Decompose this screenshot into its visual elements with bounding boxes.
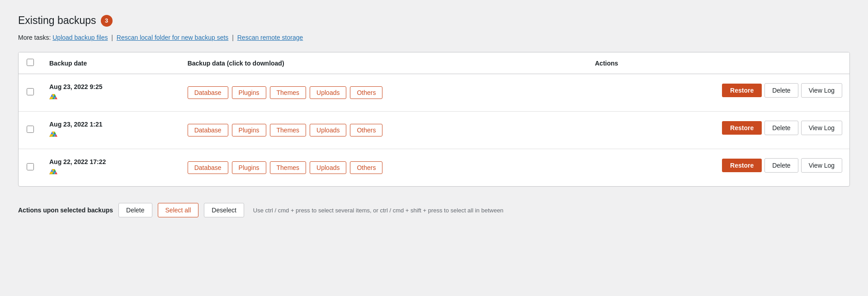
row-checkbox-cell-0 <box>19 74 42 112</box>
tag-btn-uploads-1[interactable]: Uploads <box>310 124 346 136</box>
tag-btn-themes-2[interactable]: Themes <box>270 161 307 174</box>
restore-button-2[interactable]: Restore <box>722 159 762 172</box>
viewlog-button-2[interactable]: View Log <box>801 158 842 173</box>
table-header-row: Backup date Backup data (click to downlo… <box>19 52 849 74</box>
actions-header: Actions <box>588 52 849 74</box>
tag-btn-themes-0[interactable]: Themes <box>270 86 307 99</box>
tag-btn-database-0[interactable]: Database <box>188 86 228 99</box>
viewlog-button-1[interactable]: View Log <box>801 121 842 135</box>
row-checkbox-cell-1 <box>19 112 42 149</box>
backup-date-2: Aug 22, 2022 17:22 <box>49 158 173 165</box>
table-row: Aug 23, 2022 9:25 DatabasePluginsThemesU… <box>19 74 849 112</box>
row-checkbox-2[interactable] <box>27 163 34 170</box>
actions-cell-2: RestoreDeleteView Log <box>588 149 849 182</box>
tag-btn-plugins-0[interactable]: Plugins <box>232 86 266 99</box>
cloud-storage-icon-0 <box>49 94 57 102</box>
backups-table-container: Backup date Backup data (click to downlo… <box>18 52 850 187</box>
backup-date-header: Backup date <box>42 52 180 74</box>
backup-date-cell-1: Aug 23, 2022 1:21 <box>42 112 180 149</box>
footer-delete-button[interactable]: Delete <box>118 203 152 217</box>
cloud-storage-icon-1 <box>49 132 57 139</box>
tag-btn-others-1[interactable]: Others <box>350 124 382 136</box>
separator-2: | <box>232 34 234 41</box>
table-row: Aug 22, 2022 17:22 DatabasePluginsThemes… <box>19 149 849 187</box>
delete-button-1[interactable]: Delete <box>764 121 798 135</box>
tag-btn-plugins-1[interactable]: Plugins <box>232 124 266 136</box>
backup-date-cell-0: Aug 23, 2022 9:25 <box>42 74 180 112</box>
backup-tags-cell-1: DatabasePluginsThemesUploadsOthers <box>180 112 588 149</box>
cloud-storage-icon-2 <box>49 169 57 177</box>
page-title: Existing backups <box>18 14 96 27</box>
row-checkbox-0[interactable] <box>27 88 34 95</box>
restore-button-1[interactable]: Restore <box>722 121 762 135</box>
backup-tags-cell-0: DatabasePluginsThemesUploadsOthers <box>180 74 588 112</box>
backups-table: Backup date Backup data (click to downlo… <box>19 52 849 186</box>
tag-btn-uploads-2[interactable]: Uploads <box>310 161 346 174</box>
restore-button-0[interactable]: Restore <box>722 84 762 97</box>
footer-deselect-button[interactable]: Deselect <box>204 203 244 217</box>
select-all-checkbox[interactable] <box>27 59 34 66</box>
footer-actions-bar: Actions upon selected backups Delete Sel… <box>18 196 850 217</box>
backup-count-badge: 3 <box>101 15 113 27</box>
delete-button-0[interactable]: Delete <box>764 83 798 98</box>
row-checkbox-1[interactable] <box>27 126 34 133</box>
rescan-local-folder-link[interactable]: Rescan local folder for new backup sets <box>117 34 228 41</box>
backup-date-cell-2: Aug 22, 2022 17:22 <box>42 149 180 187</box>
tag-btn-uploads-0[interactable]: Uploads <box>310 86 346 99</box>
footer-hint-text: Use ctrl / cmd + press to select several… <box>253 207 504 214</box>
viewlog-button-0[interactable]: View Log <box>801 83 842 98</box>
tag-btn-database-1[interactable]: Database <box>188 124 228 136</box>
more-tasks-label: More tasks: <box>18 34 51 41</box>
tag-btn-themes-1[interactable]: Themes <box>270 124 307 136</box>
tag-btn-database-2[interactable]: Database <box>188 161 228 174</box>
table-row: Aug 23, 2022 1:21 DatabasePluginsThemesU… <box>19 112 849 149</box>
delete-button-2[interactable]: Delete <box>764 158 798 173</box>
backup-data-header: Backup data (click to download) <box>180 52 588 74</box>
backup-date-0: Aug 23, 2022 9:25 <box>49 83 173 90</box>
select-all-header-cell <box>19 52 42 74</box>
page-title-section: Existing backups 3 <box>18 14 850 27</box>
tag-btn-others-0[interactable]: Others <box>350 86 382 99</box>
more-tasks-bar: More tasks: Upload backup files | Rescan… <box>18 34 850 41</box>
upload-backup-files-link[interactable]: Upload backup files <box>52 34 108 41</box>
row-checkbox-cell-2 <box>19 149 42 187</box>
rescan-remote-storage-link[interactable]: Rescan remote storage <box>237 34 303 41</box>
actions-cell-0: RestoreDeleteView Log <box>588 74 849 107</box>
separator-1: | <box>111 34 113 41</box>
backup-tags-cell-2: DatabasePluginsThemesUploadsOthers <box>180 149 588 187</box>
footer-actions-label: Actions upon selected backups <box>18 207 113 214</box>
footer-select-all-button[interactable]: Select all <box>158 203 199 217</box>
backup-date-1: Aug 23, 2022 1:21 <box>49 121 173 128</box>
actions-cell-1: RestoreDeleteView Log <box>588 112 849 144</box>
tag-btn-others-2[interactable]: Others <box>350 161 382 174</box>
tag-btn-plugins-2[interactable]: Plugins <box>232 161 266 174</box>
